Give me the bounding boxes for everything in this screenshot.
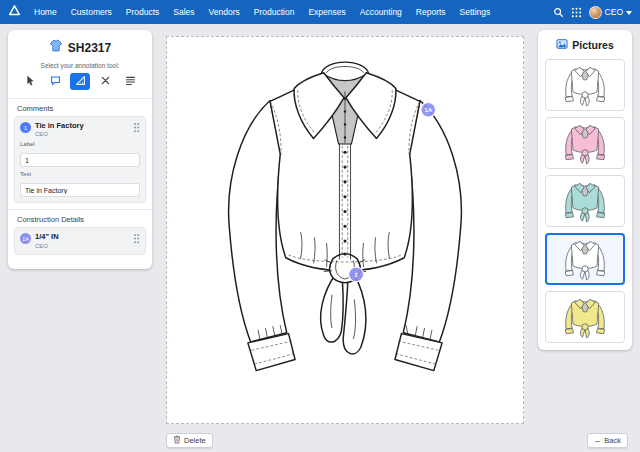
comment-author: CEO: [35, 131, 130, 137]
triangle-logo-icon: [8, 3, 21, 21]
delete-button-label: Delete: [184, 436, 206, 445]
back-button[interactable]: ← Back: [587, 433, 628, 448]
construction-title: 1/4" IN: [35, 232, 130, 241]
nav-customers[interactable]: Customers: [64, 0, 119, 24]
drag-handle-icon[interactable]: [134, 234, 140, 244]
ruler-icon: [75, 74, 86, 89]
back-button-label: Back: [604, 436, 621, 445]
chevron-down-icon: [626, 7, 632, 17]
cursor-icon: [25, 74, 36, 89]
canvas-area: 1A 1: [158, 28, 532, 432]
annotation-marker-1[interactable]: 1: [349, 267, 364, 282]
annotation-toolbar: [8, 73, 152, 96]
label-field-input[interactable]: [20, 153, 140, 167]
select-tool-button[interactable]: [20, 73, 40, 90]
tool-prompt: Select your annotation tool:: [8, 61, 152, 73]
nav-home[interactable]: Home: [27, 0, 64, 24]
details-tool-button[interactable]: [120, 73, 140, 90]
picture-thumbnails: [545, 59, 625, 343]
list-lines-icon: [125, 74, 136, 89]
pictures-panel: Pictures: [538, 30, 632, 350]
divider: [8, 209, 152, 210]
top-navbar: Home Customers Products Sales Vendors Pr…: [0, 0, 640, 24]
user-name: CEO: [605, 7, 623, 17]
app-logo[interactable]: [8, 3, 21, 21]
delete-button[interactable]: Delete: [166, 433, 213, 448]
main-menu: Home Customers Products Sales Vendors Pr…: [27, 0, 497, 24]
x-icon: [100, 74, 111, 89]
image-icon: [556, 36, 568, 54]
comment-badge: 1: [20, 122, 31, 133]
comments-heading: Comments: [8, 102, 152, 116]
apps-grid-icon[interactable]: [571, 7, 582, 18]
nav-accounting[interactable]: Accounting: [353, 0, 409, 24]
picture-thumb-teal[interactable]: [545, 175, 625, 227]
text-field-label: Text: [20, 171, 140, 177]
svg-text:1A: 1A: [424, 107, 432, 113]
construction-author: CEO: [35, 243, 130, 249]
nav-products[interactable]: Products: [119, 0, 167, 24]
remove-tool-button[interactable]: [95, 73, 115, 90]
nav-production[interactable]: Production: [247, 0, 302, 24]
picture-thumb-white[interactable]: [545, 233, 625, 285]
text-field-input[interactable]: [20, 183, 140, 197]
trash-icon: [173, 435, 181, 446]
pictures-heading: Pictures: [572, 39, 613, 51]
nav-vendors[interactable]: Vendors: [202, 0, 247, 24]
construction-badge: 1A: [20, 233, 31, 244]
comment-tool-button[interactable]: [45, 73, 65, 90]
artboard[interactable]: 1A 1: [166, 36, 524, 424]
construction-heading: Construction Details: [8, 213, 152, 227]
garment-flat-sketch[interactable]: 1A 1: [197, 45, 493, 415]
picture-thumb-yellow[interactable]: [545, 291, 625, 343]
construction-item[interactable]: 1A 1/4" IN CEO: [14, 227, 146, 254]
nav-sales[interactable]: Sales: [166, 0, 201, 24]
back-arrow-icon: ←: [594, 436, 602, 445]
comment-title: Tie in Factory: [35, 121, 130, 130]
picture-thumb-sketch[interactable]: [545, 59, 625, 111]
annotation-marker-1a[interactable]: 1A: [421, 102, 436, 117]
annotation-panel: SH2317 Select your annotation tool: Comm…: [8, 30, 152, 269]
comment-item[interactable]: 1 Tie in Factory CEO Label Text: [14, 116, 146, 203]
shirt-icon: [49, 39, 63, 57]
nav-settings[interactable]: Settings: [453, 0, 498, 24]
avatar: [589, 6, 602, 19]
search-icon[interactable]: [553, 7, 564, 18]
drag-handle-icon[interactable]: [134, 123, 140, 133]
user-menu[interactable]: CEO: [589, 6, 632, 19]
divider: [8, 98, 152, 99]
nav-expenses[interactable]: Expenses: [301, 0, 352, 24]
nav-reports[interactable]: Reports: [409, 0, 453, 24]
picture-thumb-pink[interactable]: [545, 117, 625, 169]
speech-bubble-icon: [50, 74, 61, 89]
style-number: SH2317: [68, 41, 111, 55]
measure-tool-button[interactable]: [70, 73, 90, 90]
label-field-label: Label: [20, 141, 140, 147]
